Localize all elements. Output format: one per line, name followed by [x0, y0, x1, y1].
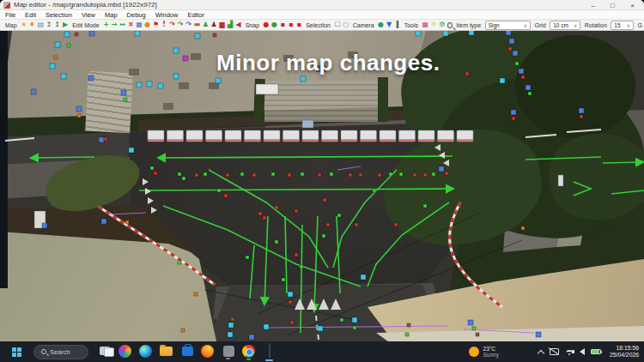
sign-marker[interactable] — [519, 69, 524, 74]
close-button[interactable]: × — [623, 0, 642, 10]
red-node-marker[interactable] — [263, 216, 266, 220]
start-button[interactable] — [12, 347, 21, 357]
green-node-marker[interactable] — [399, 172, 403, 176]
chrome-icon[interactable] — [241, 343, 256, 360]
vehicle-icon[interactable]: ▆ — [219, 20, 225, 30]
red-node-marker[interactable] — [413, 173, 416, 177]
brush-icon[interactable]: ♦ — [29, 20, 35, 30]
palette-icon[interactable]: ▦ — [422, 20, 429, 30]
signal-green-icon[interactable]: ● — [271, 20, 277, 30]
sign-marker[interactable] — [89, 31, 94, 36]
green-node-marker[interactable] — [182, 177, 185, 180]
red-node-marker[interactable] — [104, 137, 107, 141]
node-marker[interactable] — [137, 82, 142, 87]
node-marker[interactable] — [318, 326, 323, 331]
node-marker[interactable] — [173, 48, 179, 53]
red-node-marker[interactable] — [326, 223, 330, 226]
red-node-marker[interactable] — [512, 117, 515, 120]
green-node-marker[interactable] — [282, 278, 285, 281]
road-sign[interactable] — [558, 175, 563, 186]
green-node-marker[interactable] — [275, 240, 278, 244]
node-marker[interactable] — [135, 31, 140, 36]
red-node-marker[interactable] — [359, 173, 362, 177]
node-marker[interactable] — [195, 33, 200, 39]
sign-marker[interactable] — [76, 106, 82, 112]
green-node-marker[interactable] — [204, 172, 207, 176]
open-folder-icon[interactable]: ▤ — [37, 20, 44, 30]
menu-map[interactable]: Map — [105, 11, 118, 19]
sign-marker[interactable] — [468, 320, 473, 325]
prop-marker[interactable] — [231, 317, 234, 321]
node-marker[interactable] — [55, 42, 60, 47]
red-node-marker[interactable] — [275, 206, 278, 209]
info-icon[interactable]: ● — [144, 20, 150, 30]
signal-red-icon[interactable]: ● — [264, 20, 270, 30]
properties-icon[interactable]: ▦ — [136, 20, 143, 30]
menu-file[interactable]: File — [5, 11, 15, 19]
alert-icon[interactable]: ! — [161, 20, 167, 30]
signal-stop2-icon[interactable]: ▪ — [288, 20, 294, 30]
node-marker[interactable] — [147, 81, 152, 87]
menu-editor[interactable]: Editor — [187, 11, 204, 19]
sign-marker[interactable] — [249, 335, 254, 340]
menu-view[interactable]: View — [82, 11, 95, 19]
flag-icon[interactable]: ⚑ — [153, 20, 159, 30]
node-marker[interactable] — [216, 78, 221, 83]
green-node-marker[interactable] — [217, 189, 221, 192]
node-marker[interactable] — [228, 323, 234, 328]
node-marker[interactable] — [469, 31, 474, 35]
node-marker[interactable] — [416, 31, 421, 36]
rotate-red-icon[interactable]: ↷ — [169, 20, 175, 30]
tray-chevron-icon[interactable] — [538, 349, 544, 356]
sign-marker[interactable] — [31, 89, 36, 94]
magenta-marker[interactable] — [183, 56, 188, 61]
node-marker[interactable] — [288, 292, 293, 297]
green-node-marker[interactable] — [240, 172, 244, 176]
file-explorer-icon[interactable] — [159, 343, 173, 359]
road-sign[interactable] — [256, 84, 278, 94]
cone-marker[interactable] — [54, 56, 58, 59]
red-node-marker[interactable] — [355, 223, 358, 226]
rotate-blue-icon[interactable]: ↷ — [185, 20, 191, 30]
star-icon[interactable]: ★ — [21, 20, 27, 30]
node-marker[interactable] — [264, 324, 269, 329]
sign-marker[interactable] — [439, 166, 444, 172]
node-marker[interactable] — [64, 32, 70, 37]
red-node-marker[interactable] — [75, 33, 78, 36]
menu-edit[interactable]: Edit — [25, 11, 36, 19]
widgets-icon[interactable] — [118, 343, 132, 360]
map-editor-taskbar-icon[interactable] — [262, 343, 276, 361]
rotate-green-icon[interactable]: ↷ — [178, 20, 184, 30]
sign-marker[interactable] — [536, 332, 541, 337]
edge-icon[interactable] — [138, 343, 153, 360]
green-node-marker[interactable] — [150, 166, 154, 170]
sign-marker[interactable] — [526, 85, 531, 90]
green-node-marker[interactable] — [432, 172, 435, 176]
green-node-marker[interactable] — [178, 261, 181, 264]
lasso-icon[interactable]: ○ — [343, 20, 349, 30]
sign-marker[interactable] — [509, 39, 514, 44]
maximize-button[interactable]: □ — [603, 0, 623, 10]
signal-stop-icon[interactable]: ▪ — [280, 20, 286, 30]
red-node-marker[interactable] — [154, 172, 157, 175]
red-node-marker[interactable] — [394, 223, 398, 226]
node-marker[interactable] — [361, 275, 366, 280]
green-node-marker[interactable] — [178, 172, 181, 176]
menu-selection[interactable]: Selection — [46, 11, 72, 19]
red-node-marker[interactable] — [289, 300, 292, 304]
firefox-icon[interactable] — [200, 343, 215, 360]
green-node-marker[interactable] — [271, 172, 275, 176]
marquee-icon[interactable]: ☐ — [334, 20, 340, 30]
node-marker[interactable] — [173, 74, 179, 79]
green-node-marker[interactable] — [337, 214, 341, 217]
sound-icon[interactable]: ◀ — [235, 20, 241, 30]
red-node-marker[interactable] — [349, 173, 352, 177]
red-node-marker[interactable] — [423, 173, 427, 177]
red-node-marker[interactable] — [465, 72, 469, 75]
green-node-marker[interactable] — [300, 265, 303, 268]
red-node-marker[interactable] — [252, 173, 256, 177]
move-icon[interactable]: → — [112, 20, 118, 30]
green-node-marker[interactable] — [472, 327, 476, 330]
battery-icon[interactable] — [591, 349, 601, 354]
node-marker[interactable] — [443, 31, 448, 36]
